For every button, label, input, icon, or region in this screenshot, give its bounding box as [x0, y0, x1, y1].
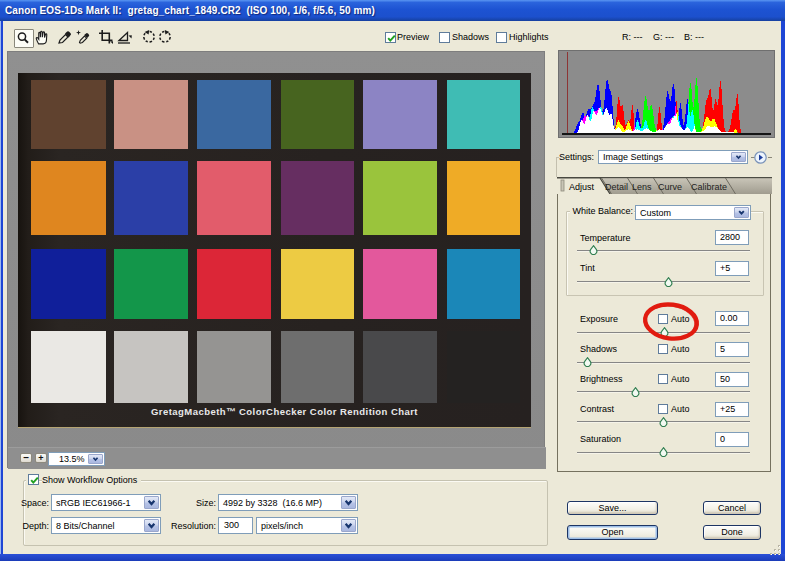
svg-text:Curve: Curve: [658, 181, 682, 191]
svg-text:Detail: Detail: [605, 181, 628, 191]
svg-text:Adjust: Adjust: [569, 181, 595, 191]
svg-text:Lens: Lens: [632, 181, 652, 191]
svg-text:Calibrate: Calibrate: [691, 181, 727, 191]
